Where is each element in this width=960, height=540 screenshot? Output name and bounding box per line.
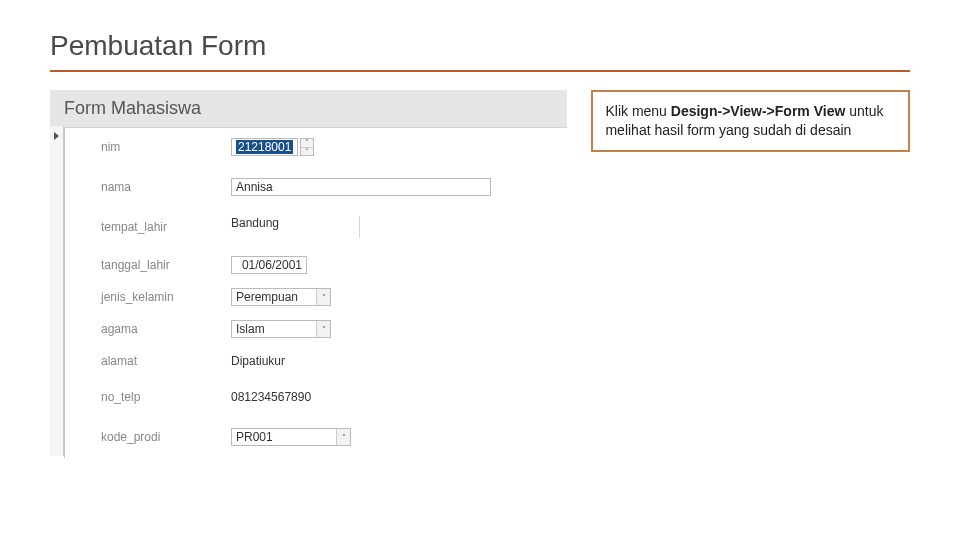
label-alamat: alamat [101, 354, 231, 368]
value-agama: Islam [236, 322, 310, 336]
field-alamat: alamat Dipatiukur [101, 350, 567, 372]
value-tempat-lahir[interactable]: Bandung [231, 216, 360, 238]
field-tanggal-lahir: tanggal_lahir 01/06/2001 [101, 254, 567, 276]
title-divider [50, 70, 910, 72]
record-pointer-icon [54, 132, 59, 140]
chevron-up-icon: ˄ [301, 139, 313, 148]
slide-title: Pembuatan Form [50, 30, 910, 62]
field-agama: agama Islam ˅ [101, 318, 567, 340]
content-row: Form Mahasiswa nim 21218001 ˄ ˅ nama [50, 90, 910, 458]
instruction-callout: Klik menu Design->View->Form View untuk … [591, 90, 910, 152]
chevron-down-icon: ˅ [316, 321, 330, 337]
note-prefix: Klik menu [605, 103, 670, 119]
input-nama[interactable]: Annisa [231, 178, 491, 196]
field-kode-prodi: kode_prodi PR001 ˅ [101, 426, 567, 448]
form-header: Form Mahasiswa [50, 90, 567, 128]
value-alamat[interactable]: Dipatiukur [231, 354, 511, 368]
label-tempat-lahir: tempat_lahir [101, 220, 231, 234]
label-no-telp: no_telp [101, 390, 231, 404]
note-bold: Design->View->Form View [671, 103, 846, 119]
select-jenis-kelamin[interactable]: Perempuan ˅ [231, 288, 331, 306]
value-kode-prodi: PR001 [236, 430, 330, 444]
value-no-telp[interactable]: 081234567890 [231, 390, 311, 404]
value-jenis-kelamin: Perempuan [236, 290, 310, 304]
label-agama: agama [101, 322, 231, 336]
label-nim: nim [101, 140, 231, 154]
field-tempat-lahir: tempat_lahir Bandung [101, 216, 567, 238]
select-kode-prodi[interactable]: PR001 ˅ [231, 428, 351, 446]
label-kode-prodi: kode_prodi [101, 430, 231, 444]
field-no-telp: no_telp 081234567890 [101, 386, 567, 408]
value-nim: 21218001 [236, 140, 293, 154]
value-tanggal-lahir: 01/06/2001 [242, 258, 302, 272]
input-tanggal-lahir[interactable]: 01/06/2001 [231, 256, 307, 274]
chevron-down-icon: ˅ [301, 148, 313, 156]
label-tanggal-lahir: tanggal_lahir [101, 258, 231, 272]
record-selector[interactable] [50, 126, 64, 456]
select-agama[interactable]: Islam ˅ [231, 320, 331, 338]
field-nama: nama Annisa [101, 176, 567, 198]
nim-spinner[interactable]: ˄ ˅ [300, 138, 314, 156]
form-screenshot: Form Mahasiswa nim 21218001 ˄ ˅ nama [50, 90, 567, 458]
label-jenis-kelamin: jenis_kelamin [101, 290, 231, 304]
input-nim[interactable]: 21218001 [231, 138, 298, 156]
value-nama: Annisa [236, 180, 273, 194]
label-nama: nama [101, 180, 231, 194]
field-nim: nim 21218001 ˄ ˅ [101, 136, 567, 158]
chevron-down-icon: ˅ [316, 289, 330, 305]
form-body: nim 21218001 ˄ ˅ nama Annisa [64, 128, 567, 458]
field-jenis-kelamin: jenis_kelamin Perempuan ˅ [101, 286, 567, 308]
chevron-down-icon: ˅ [336, 429, 350, 445]
